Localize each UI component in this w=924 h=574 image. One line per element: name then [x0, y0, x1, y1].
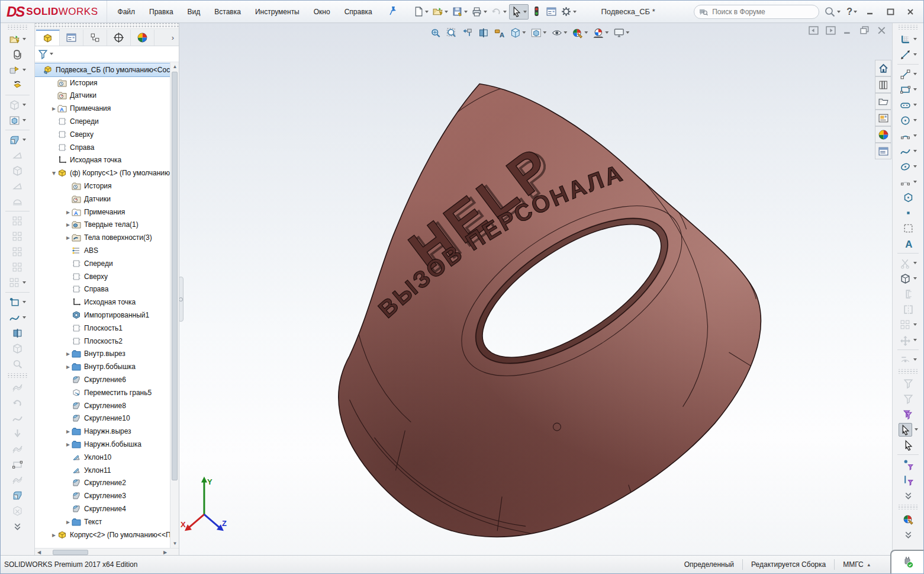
- move-entities-button-dropdown[interactable]: [913, 339, 917, 341]
- toolbar-grip[interactable]: [7, 373, 28, 378]
- tree-vertical-scrollbar[interactable]: ▲ ▼: [170, 62, 179, 548]
- apply-scene-button[interactable]: [592, 25, 609, 40]
- tree-item[interactable]: ▸Внутр.вырез: [35, 348, 170, 361]
- tree-item[interactable]: Исходная точка: [35, 154, 170, 167]
- mirror-components-button[interactable]: [1, 244, 34, 259]
- view-orientation-button-dropdown[interactable]: [522, 31, 526, 34]
- insert-component-button-dropdown[interactable]: [22, 38, 26, 40]
- smart-dimension-button[interactable]: [893, 47, 923, 62]
- tree-item[interactable]: История: [35, 76, 170, 89]
- taskpane-view-palette-tab[interactable]: [875, 110, 891, 126]
- menu-file[interactable]: Файл: [112, 5, 141, 19]
- ellipse-button[interactable]: [893, 159, 923, 174]
- tree-item[interactable]: Датчики: [35, 89, 170, 102]
- tree-item[interactable]: ABS: [35, 244, 170, 257]
- expand-arrow-icon[interactable]: ▾: [50, 169, 57, 177]
- curve-button[interactable]: [1, 310, 34, 325]
- more-dock-button[interactable]: [893, 527, 923, 542]
- mirror-entities-button[interactable]: [893, 302, 923, 317]
- tree-item[interactable]: ▸Тела поверхности(3): [35, 231, 170, 244]
- tree-item[interactable]: Сверху: [35, 128, 170, 141]
- settings-button-dropdown[interactable]: [573, 11, 577, 13]
- line-button[interactable]: [893, 66, 923, 82]
- offset-surface-button[interactable]: [1, 472, 34, 488]
- forum-search[interactable]: [694, 5, 819, 19]
- select-arrow-button-dropdown[interactable]: [915, 428, 918, 431]
- offset-entities-button[interactable]: [893, 286, 923, 302]
- taskpane-home-tab[interactable]: [875, 60, 891, 76]
- dome-button[interactable]: [1, 194, 34, 209]
- tree-item[interactable]: Справа: [35, 283, 170, 296]
- status-units[interactable]: ММГС ▴: [835, 559, 878, 570]
- tree-item[interactable]: ▸Внутр.бобышка: [35, 360, 170, 373]
- tree-item[interactable]: Скругление3: [35, 489, 170, 502]
- new-file-button[interactable]: [411, 4, 430, 20]
- display-style-button[interactable]: [530, 25, 547, 40]
- tree-item[interactable]: ▸Наружн.вырез: [35, 425, 170, 438]
- more-filters-button[interactable]: [893, 488, 923, 503]
- sketch-fillet-button[interactable]: [893, 174, 923, 190]
- convert-entities-button[interactable]: [893, 271, 923, 286]
- expand-arrow-icon[interactable]: ▸: [65, 349, 72, 358]
- display-relations-button-dropdown[interactable]: [913, 358, 917, 361]
- tree-item[interactable]: Спереди: [35, 257, 170, 270]
- lasso-button[interactable]: [893, 437, 923, 453]
- tree-item[interactable]: ▸AПримечания: [35, 102, 170, 115]
- corner-rectangle-button-dropdown[interactable]: [913, 88, 917, 91]
- straight-slot-button-dropdown[interactable]: [913, 104, 917, 106]
- toolbar-grip[interactable]: [899, 505, 917, 509]
- move-rotate-component-button[interactable]: [1, 78, 34, 93]
- tree-item[interactable]: Спереди: [35, 115, 170, 128]
- extend-surface-button[interactable]: [1, 380, 34, 395]
- expand-arrow-icon[interactable]: ▸: [50, 104, 57, 113]
- view-settings-button-dropdown[interactable]: [626, 31, 629, 34]
- pin-icon[interactable]: [389, 6, 397, 17]
- open-button-dropdown[interactable]: [445, 11, 448, 13]
- expand-arrow-icon[interactable]: ▸: [50, 531, 57, 539]
- filter-button[interactable]: [893, 376, 923, 391]
- pendant-3d-model[interactable]: HELP HELP ВЫЗОВ ПЕРСОНАЛА Y: [179, 23, 892, 556]
- convert-entities-button-dropdown[interactable]: [913, 277, 917, 280]
- select-button-dropdown[interactable]: [523, 11, 527, 13]
- knit-surface-button[interactable]: [1, 441, 34, 457]
- tree-item[interactable]: Скругление2: [35, 477, 170, 490]
- select-button[interactable]: [509, 4, 529, 20]
- display-style-button-dropdown[interactable]: [543, 31, 546, 34]
- section-view-button[interactable]: [477, 25, 490, 40]
- close-button[interactable]: [902, 5, 919, 18]
- tree-item[interactable]: ▸Наружн.бобышка: [35, 438, 170, 451]
- move-entities-button[interactable]: [893, 332, 923, 348]
- tree-item[interactable]: Исходная точка: [35, 296, 170, 309]
- tree-item[interactable]: ▾(ф) Корпус<1> (По умолчанию<: [35, 166, 170, 179]
- toolbar-grip[interactable]: [899, 25, 917, 30]
- menu-window[interactable]: Окно: [308, 5, 336, 19]
- menu-insert[interactable]: Вставка: [208, 5, 247, 19]
- centerpoint-arc-button-dropdown[interactable]: [913, 134, 917, 137]
- toolbar-grip[interactable]: [899, 369, 917, 374]
- sketch-button-dropdown[interactable]: [913, 38, 917, 40]
- rib-button[interactable]: [1, 147, 34, 163]
- tree-item[interactable]: ▸AПримечания: [35, 206, 170, 219]
- spline-button-dropdown[interactable]: [913, 150, 917, 152]
- sweep-surface-button[interactable]: [1, 411, 34, 426]
- taskpane-custom-properties-tab[interactable]: [875, 143, 891, 159]
- spline-button[interactable]: [893, 143, 923, 159]
- circle-button-dropdown[interactable]: [913, 119, 917, 121]
- collapse-right-pane-button[interactable]: [826, 26, 837, 37]
- draft-button[interactable]: [1, 178, 34, 194]
- annotation-visibility-button[interactable]: A: [493, 25, 506, 40]
- open-button[interactable]: [431, 4, 449, 20]
- display-relations-button[interactable]: [893, 352, 923, 367]
- planar-surface-button[interactable]: [1, 457, 34, 472]
- edit-appearance-button-dropdown[interactable]: [584, 31, 588, 34]
- doc-close-button[interactable]: [877, 26, 888, 37]
- undo-button[interactable]: [490, 4, 508, 20]
- expand-arrow-icon[interactable]: ▸: [65, 518, 72, 526]
- tree-item[interactable]: Скругление4: [35, 502, 170, 515]
- trim-entities-button[interactable]: [893, 255, 923, 271]
- replace-component-button[interactable]: [1, 62, 34, 78]
- view-settings-button[interactable]: [613, 25, 630, 40]
- menu-edit[interactable]: Правка: [143, 5, 179, 19]
- scroll-up-arrow[interactable]: ▲: [170, 62, 179, 71]
- replace-component-button-dropdown[interactable]: [22, 69, 26, 71]
